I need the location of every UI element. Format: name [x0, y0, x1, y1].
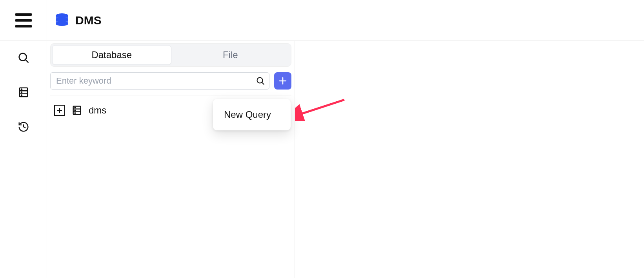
- database-icon: [18, 86, 29, 98]
- hamburger-menu-button[interactable]: [0, 0, 47, 41]
- app-brand: DMS: [47, 13, 102, 28]
- side-panel: Database File: [47, 41, 295, 278]
- search-box[interactable]: [50, 72, 269, 90]
- tree-item-label: dms: [89, 105, 106, 116]
- expand-toggle[interactable]: [54, 105, 65, 116]
- search-icon: [18, 52, 29, 64]
- svg-point-25: [75, 113, 75, 113]
- search-input[interactable]: [56, 76, 253, 86]
- svg-point-23: [75, 107, 75, 108]
- svg-point-12: [21, 92, 22, 93]
- popover-item-new-query[interactable]: New Query: [213, 103, 291, 126]
- svg-point-13: [21, 95, 22, 96]
- server-icon: [71, 105, 82, 116]
- tab-file[interactable]: File: [171, 45, 290, 65]
- tab-label: File: [223, 49, 238, 60]
- tab-label: Database: [91, 49, 132, 60]
- plus-icon: [278, 76, 287, 86]
- svg-rect-0: [15, 13, 32, 16]
- svg-point-5: [56, 21, 68, 26]
- database-logo-icon: [54, 13, 70, 28]
- app-title: DMS: [75, 14, 102, 27]
- topbar: DMS: [0, 0, 644, 41]
- svg-rect-1: [15, 19, 32, 22]
- add-popover: New Query: [213, 99, 291, 130]
- rail-history-button[interactable]: [18, 121, 29, 134]
- main-area: [295, 41, 644, 278]
- svg-point-6: [19, 53, 26, 61]
- hamburger-icon: [15, 13, 32, 27]
- rail-search-button[interactable]: [18, 52, 29, 65]
- svg-point-14: [257, 78, 263, 83]
- history-icon: [18, 121, 29, 133]
- search-icon: [256, 76, 265, 86]
- svg-point-24: [75, 110, 75, 111]
- svg-rect-2: [15, 25, 32, 27]
- svg-point-11: [21, 89, 22, 90]
- popover-item-label: New Query: [224, 109, 271, 120]
- rail-database-button[interactable]: [18, 86, 29, 100]
- svg-line-15: [262, 82, 264, 85]
- plus-icon: [56, 107, 63, 113]
- icon-rail: [0, 41, 47, 278]
- search-row: [50, 72, 291, 95]
- body: Database File: [0, 41, 644, 278]
- svg-line-7: [25, 60, 28, 63]
- add-button[interactable]: [274, 72, 291, 90]
- panel-tabs: Database File: [50, 43, 291, 67]
- tab-database[interactable]: Database: [52, 45, 171, 65]
